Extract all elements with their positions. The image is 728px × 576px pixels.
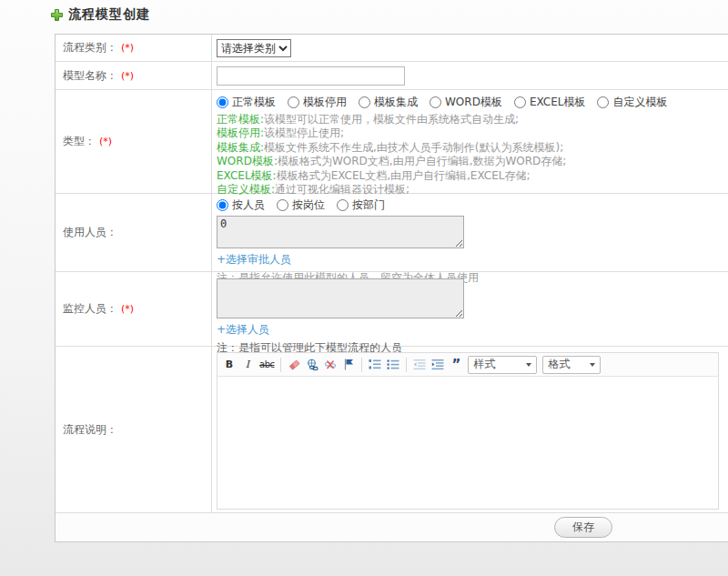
row-type: 类型： (*) 正常模板 模板停用 模板集成 WORD模板 EXCEL模板 自定… [56,90,728,194]
bold-button[interactable]: B [223,357,236,373]
styles-combo[interactable]: 样式 [468,356,537,374]
monitor-label: 监控人员： [63,301,117,317]
row-users: 使用人员： 按人员 按岗位 按部门 0 +选择审批人员 注：是指允许使用此模型的… [56,194,728,272]
remove-format-icon[interactable] [288,357,300,373]
blockquote-button[interactable]: ” [450,357,462,373]
type-label: 类型： [63,134,96,149]
type-option-custom[interactable]: 自定义模板 [597,95,667,110]
select-monitor-link[interactable]: +选择人员 [217,322,269,338]
strikethrough-button[interactable]: abc [259,357,274,373]
editor-content-area[interactable] [217,377,718,509]
link-icon[interactable] [306,357,318,373]
category-label: 流程类别： [63,40,117,56]
type-desc-integrated: 模板集成:模板文件系统不作生成,由技术人员手动制作(默认为系统模板); [217,141,728,155]
type-radio-disabled[interactable] [288,96,299,108]
toolbar-separator [280,358,281,372]
rich-text-editor: B I abc [217,352,719,510]
type-radio-normal[interactable] [217,96,228,108]
page-title-text: 流程模型创建 [68,6,150,23]
row-category: 流程类别： (*) 请选择类别 [56,35,728,62]
styles-combo-label: 样式 [473,357,495,372]
type-option-word[interactable]: WORD模板 [430,95,502,110]
select-approvers-link[interactable]: +选择审批人员 [217,252,291,268]
bullet-list-icon[interactable] [387,357,399,373]
category-select[interactable]: 请选择类别 [217,39,291,57]
monitor-textarea[interactable] [217,278,464,318]
type-option-excel[interactable]: EXCEL模板 [514,95,586,110]
type-required-mark: (*) [99,136,112,147]
row-model-name: 模型名称： (*) [56,62,728,90]
row-save: 保存 [56,513,728,541]
type-desc-disabled: 模板停用:该模型停止使用; [217,126,728,140]
row-description: 流程说明： B I abc [56,347,728,513]
users-radio-position[interactable] [277,199,288,211]
users-option-department[interactable]: 按部门 [337,197,385,213]
save-button[interactable]: 保存 [554,517,612,538]
type-radio-word[interactable] [430,96,441,108]
description-label: 流程说明： [63,422,117,438]
row-monitor: 监控人员： (*) +选择人员 注：是指可以管理此下模型流程的人员 [56,272,728,347]
type-option-integrated[interactable]: 模板集成 [359,95,418,110]
type-option-normal[interactable]: 正常模板 [217,95,276,110]
outdent-icon[interactable] [413,357,426,373]
format-combo[interactable]: 格式 [542,356,601,374]
type-desc-excel: EXCEL模板:模板格式为EXCEL文档,由用户自行编辑,EXCEL存储; [217,169,728,183]
type-desc-normal: 正常模板:该模型可以正常使用，模板文件由系统格式自动生成; [217,113,728,126]
model-name-label: 模型名称： [63,68,117,84]
chevron-down-icon [590,363,595,367]
model-name-required-mark: (*) [121,70,134,82]
chevron-down-icon [526,363,531,367]
users-option-position[interactable]: 按岗位 [277,197,325,213]
type-radio-excel[interactable] [514,96,526,108]
toolbar-separator [406,358,407,372]
process-model-form: 流程类别： (*) 请选择类别 模型名称： (*) 类型： (*) 正常模板 模… [55,34,728,542]
format-combo-label: 格式 [548,357,570,372]
type-radio-custom[interactable] [597,96,609,108]
type-radio-group: 正常模板 模板停用 模板集成 WORD模板 EXCEL模板 自定义模板 [217,90,728,110]
users-radio-person[interactable] [217,199,228,211]
category-required-mark: (*) [121,42,134,54]
users-textarea[interactable]: 0 [217,216,464,248]
model-name-input[interactable] [217,66,405,86]
italic-button[interactable]: I [241,357,254,373]
plus-icon [50,8,64,22]
editor-toolbar: B I abc [217,353,718,377]
users-radio-department[interactable] [337,199,349,211]
type-option-disabled[interactable]: 模板停用 [288,95,347,110]
users-radio-group: 按人员 按岗位 按部门 [217,197,728,213]
indent-icon[interactable] [431,357,444,373]
type-desc-word: WORD模板:模板格式为WORD文档,由用户自行编辑,数据为WORD存储; [217,155,728,168]
monitor-required-mark: (*) [121,303,134,315]
type-descriptions: 正常模板:该模型可以正常使用，模板文件由系统格式自动生成; 模板停用:该模型停止… [217,113,728,197]
users-label: 使用人员： [63,225,117,240]
ordered-list-icon[interactable] [369,357,381,373]
users-option-person[interactable]: 按人员 [217,197,265,213]
toolbar-separator [361,358,362,372]
flag-icon[interactable] [342,357,355,373]
page-title: 流程模型创建 [50,6,150,23]
type-radio-integrated[interactable] [359,96,370,108]
unlink-icon[interactable] [324,357,337,373]
